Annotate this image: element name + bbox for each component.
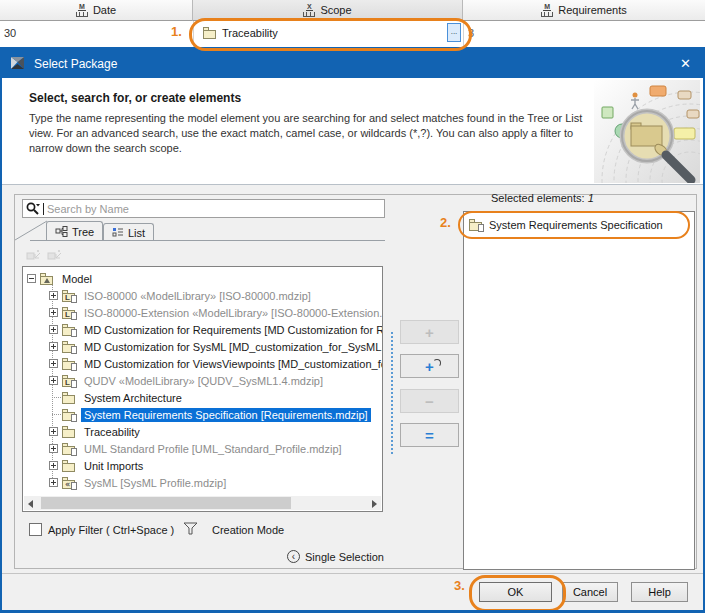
shared-package-icon xyxy=(62,324,77,336)
dialog-titlebar[interactable]: Select Package ✕ xyxy=(2,49,703,78)
annotation-3: 3. xyxy=(454,578,465,593)
tree-item[interactable]: MD Customization for SysML [MD_customiza… xyxy=(23,338,382,355)
scroll-left-arrow[interactable] xyxy=(24,496,39,510)
package-icon xyxy=(62,392,77,404)
ellipsis-button[interactable]: ... xyxy=(447,23,461,42)
tree-item[interactable]: ISO-80000-Extension «ModelLibrary» [ISO-… xyxy=(23,304,382,321)
curved-arrow-icon xyxy=(433,359,441,367)
tree-view-icon xyxy=(55,226,68,237)
add-recursively-button[interactable]: + xyxy=(400,354,459,378)
shared-package-icon xyxy=(62,358,77,370)
m-ruler-icon: M xyxy=(76,4,88,17)
expand-plus-icon[interactable] xyxy=(49,291,58,300)
search-input-wrapper[interactable]: Search by Name xyxy=(22,199,385,218)
m-ruler-icon: M xyxy=(541,4,553,17)
shared-package-icon xyxy=(469,219,484,231)
tree-item-label: Unit Imports xyxy=(81,459,146,473)
tree-item[interactable]: UML Standard Profile [UML_Standard_Profi… xyxy=(23,440,382,457)
tree-item[interactable]: ISO-80000 «ModelLibrary» [ISO-80000.mdzi… xyxy=(23,287,382,304)
help-button[interactable]: Help xyxy=(631,582,688,602)
tree-item[interactable]: Traceability xyxy=(23,423,382,440)
selected-element-item[interactable]: System Requirements Specification xyxy=(464,216,694,234)
expand-plus-icon[interactable] xyxy=(49,427,58,436)
collapse-all-icon[interactable] xyxy=(26,249,42,262)
dialog-header-title: Select, search for, or create elements xyxy=(29,91,241,105)
model-library-package-icon xyxy=(62,290,77,302)
remove-button[interactable]: − xyxy=(400,389,459,413)
dialog-description-line: narrow down the search scope. xyxy=(29,142,182,154)
tree-item-selected[interactable]: System Requirements Specification [Requi… xyxy=(23,406,382,423)
scope-cell-editor[interactable]: Traceability ... xyxy=(194,22,462,44)
select-package-dialog: Select Package ✕ Select, search for, or … xyxy=(0,47,705,613)
equals-button[interactable]: = xyxy=(400,423,459,447)
scrollbar-thumb[interactable] xyxy=(41,497,291,509)
shared-package-icon xyxy=(62,409,77,421)
list-view-icon xyxy=(112,227,124,238)
splitter-handle[interactable] xyxy=(391,332,393,454)
tree-item-label: MD Customization for Requirements [MD Cu… xyxy=(81,323,383,337)
apply-filter-checkbox[interactable] xyxy=(29,523,42,536)
tree-item-label: Traceability xyxy=(81,425,143,439)
annotation-1: 1. xyxy=(171,24,182,39)
tree-item-label: UML Standard Profile [UML_Standard_Profi… xyxy=(81,442,345,456)
tree-item[interactable]: System Architecture xyxy=(23,389,382,406)
folder-icon xyxy=(203,27,218,39)
shared-package-icon xyxy=(62,443,77,455)
tab-tree[interactable]: Tree xyxy=(46,221,103,241)
single-selection-icon[interactable]: ‹ xyxy=(287,550,300,563)
shared-package-icon xyxy=(62,341,77,353)
creation-mode-label[interactable]: Creation Mode xyxy=(212,524,284,536)
column-header-requirements[interactable]: M Requirements xyxy=(463,0,705,21)
model-tree[interactable]: Model ISO-80000 «ModelLibrary» [ISO-8000… xyxy=(22,266,383,512)
annotation-2: 2. xyxy=(440,215,451,230)
dialog-header: Select, search for, or create elements T… xyxy=(2,78,703,185)
tree-item-model[interactable]: Model xyxy=(23,270,382,287)
column-header-date[interactable]: M Date xyxy=(0,0,193,21)
expand-plus-icon[interactable] xyxy=(49,342,58,351)
dialog-description-line: view. For an advanced search, use the ex… xyxy=(29,127,573,139)
ok-button[interactable]: OK xyxy=(479,582,552,602)
date-cell-value: 30 xyxy=(4,27,16,39)
tree-item-label: System Architecture xyxy=(81,391,185,405)
tree-item[interactable]: Unit Imports xyxy=(23,457,382,474)
horizontal-scrollbar[interactable] xyxy=(24,496,381,510)
expand-plus-icon[interactable] xyxy=(49,444,58,453)
tree-item[interactable]: QUDV «ModelLibrary» [QUDV_SysML1.4.mdzip… xyxy=(23,372,382,389)
tree-item[interactable]: MD Customization for Requirements [MD Cu… xyxy=(23,321,382,338)
model-library-package-icon xyxy=(62,375,77,387)
dialog-title: Select Package xyxy=(34,57,117,71)
expand-plus-icon[interactable] xyxy=(49,359,58,368)
expand-plus-icon[interactable] xyxy=(49,325,58,334)
filter-funnel-icon[interactable] xyxy=(183,522,198,535)
expand-plus-icon[interactable] xyxy=(49,478,58,487)
tree-item-label: MD Customization for SysML [MD_customiza… xyxy=(81,340,383,354)
single-selection-label: Single Selection xyxy=(305,551,384,563)
expand-plus-icon[interactable] xyxy=(49,461,58,470)
collapse-minus-icon[interactable] xyxy=(27,274,36,283)
tree-item-label: ISO-80000-Extension «ModelLibrary» [ISO-… xyxy=(81,306,383,320)
tree-item-label: MD Customization for ViewsViewpoints [MD… xyxy=(81,357,383,371)
tree-item-label: Model xyxy=(59,272,95,286)
profile-package-icon xyxy=(62,477,77,489)
tab-label: List xyxy=(128,227,145,239)
requirements-cell-value: 3 xyxy=(468,27,474,39)
equals-icon: = xyxy=(425,427,434,444)
expand-plus-icon[interactable] xyxy=(49,308,58,317)
collapse-selected-icon[interactable] xyxy=(47,249,63,262)
plus-icon: + xyxy=(425,324,434,341)
tab-list[interactable]: List xyxy=(103,223,154,241)
add-button[interactable]: + xyxy=(400,320,459,344)
search-elements-illustration xyxy=(594,80,700,183)
tree-item[interactable]: SysML [SysML Profile.mdzip] xyxy=(23,474,382,491)
cancel-button[interactable]: Cancel xyxy=(562,582,618,602)
dialog-description-line: Type the name representing the model ele… xyxy=(29,112,582,124)
column-header-scope[interactable]: X Scope xyxy=(193,0,463,21)
close-icon[interactable]: ✕ xyxy=(680,56,691,71)
tree-item-label: QUDV «ModelLibrary» [QUDV_SysML1.4.mdzip… xyxy=(81,374,326,388)
package-icon xyxy=(62,460,77,472)
expand-plus-icon[interactable] xyxy=(49,376,58,385)
selected-elements-count: 1 xyxy=(588,192,594,204)
tree-item[interactable]: MD Customization for ViewsViewpoints [MD… xyxy=(23,355,382,372)
selected-elements-list[interactable]: System Requirements Specification xyxy=(463,211,695,570)
scroll-right-arrow[interactable] xyxy=(366,496,381,510)
